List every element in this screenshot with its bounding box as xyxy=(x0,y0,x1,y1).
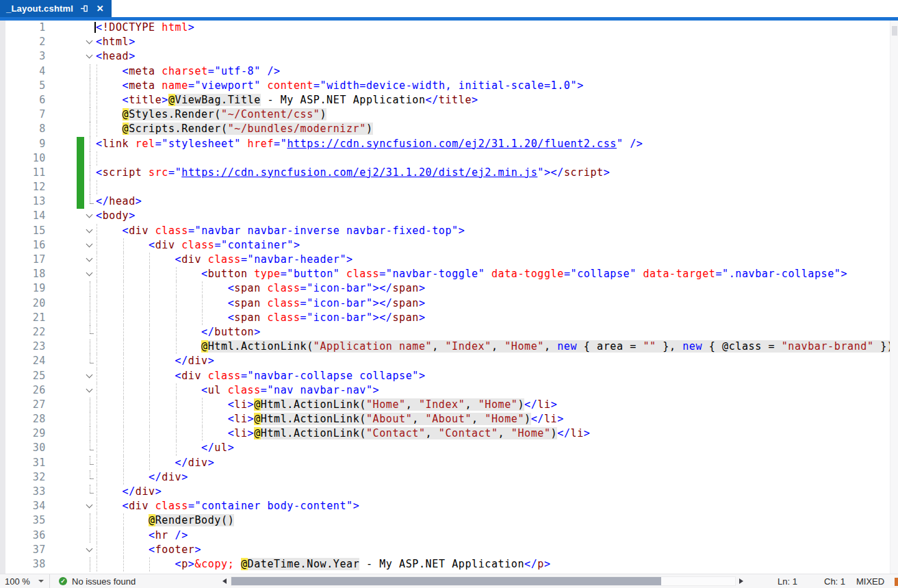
outline-margin[interactable] xyxy=(84,499,96,513)
code-text[interactable]: <meta charset="utf-8" /> xyxy=(96,64,898,79)
code-text[interactable]: <div class="navbar navbar-inverse navbar… xyxy=(96,224,898,238)
indent-guide xyxy=(97,528,97,543)
code-text[interactable] xyxy=(96,180,898,194)
indent-guide xyxy=(202,296,203,311)
outline-margin xyxy=(84,281,96,296)
code-text[interactable]: <footer> xyxy=(96,543,898,557)
code-text[interactable]: <span class="icon-bar"></span> xyxy=(96,311,898,325)
code-text[interactable]: <head> xyxy=(96,49,898,64)
token-t: ul xyxy=(214,442,227,454)
fold-chevron-icon[interactable] xyxy=(86,270,93,277)
code-text[interactable]: <body> xyxy=(96,209,898,223)
token-d: = xyxy=(155,138,162,150)
code-text[interactable] xyxy=(96,151,898,166)
code-text[interactable]: </div> xyxy=(96,354,898,368)
code-text[interactable]: </head> xyxy=(96,194,898,209)
token-d: /> xyxy=(175,529,188,541)
code-text[interactable]: <meta name="viewport" content="width=dev… xyxy=(96,79,898,93)
outline-margin[interactable] xyxy=(84,383,96,398)
issues-indicator[interactable]: ✓ No issues found xyxy=(59,574,136,588)
code-text[interactable]: <div class="container body-content"> xyxy=(96,499,898,513)
outline-margin xyxy=(84,354,96,368)
code-text[interactable]: <html> xyxy=(96,35,898,49)
fold-chevron-icon[interactable] xyxy=(86,226,93,233)
token-d: = xyxy=(241,370,248,382)
code-text[interactable]: <title>@ViewBag.Title - My ASP.NET Appli… xyxy=(96,93,898,107)
outline-margin[interactable] xyxy=(84,369,96,383)
token-rc: Styles.Render( xyxy=(129,108,221,120)
horizontal-scrollbar[interactable] xyxy=(231,576,736,586)
code-text[interactable]: <div class="navbar-collapse collapse"> xyxy=(96,369,898,383)
code-text[interactable]: </button> xyxy=(96,325,898,340)
code-text[interactable]: @Html.ActionLink("Application name", "In… xyxy=(96,340,898,354)
fold-chevron-icon[interactable] xyxy=(86,38,93,44)
token-v: "nav navbar-nav" xyxy=(267,384,372,396)
code-text[interactable]: <li>@Html.ActionLink("Home", "Index", "H… xyxy=(96,398,898,412)
close-icon[interactable]: ✕ xyxy=(95,4,105,14)
code-text[interactable]: <ul class="nav navbar-nav"> xyxy=(96,383,898,398)
code-text[interactable]: <div class="navbar-header"> xyxy=(96,253,898,267)
code-text[interactable]: <p>&copy; @DateTime.Now.Year - My ASP.NE… xyxy=(96,557,898,572)
change-margin xyxy=(77,398,84,412)
code-text[interactable]: </div> xyxy=(96,456,898,470)
code-text[interactable]: @Styles.Render("~/Content/css") xyxy=(96,107,898,122)
token-rs: "About" xyxy=(366,413,412,425)
change-margin xyxy=(77,340,84,354)
code-line: 11<script src="https://cdn.syncfusion.co… xyxy=(0,166,898,180)
notification-sliver[interactable] xyxy=(895,578,898,586)
code-text[interactable]: <li>@Html.ActionLink("Contact", "Contact… xyxy=(96,426,898,441)
scroll-left-arrow-icon[interactable] xyxy=(222,578,227,584)
outline-margin[interactable] xyxy=(84,35,96,49)
breakpoint-margin[interactable] xyxy=(0,21,5,574)
code-text[interactable]: <span class="icon-bar"></span> xyxy=(96,281,898,296)
indent-guide xyxy=(176,441,177,455)
code-text[interactable]: @RenderBody() xyxy=(96,513,898,528)
code-line: 34 <div class="container body-content"> xyxy=(0,499,898,513)
outline-margin[interactable] xyxy=(84,224,96,238)
outline-margin[interactable] xyxy=(84,253,96,267)
token-d: < xyxy=(149,529,155,541)
fold-chevron-icon[interactable] xyxy=(86,212,93,218)
outline-margin[interactable] xyxy=(84,543,96,557)
token-x xyxy=(129,138,136,150)
indent-guide xyxy=(123,543,124,557)
fold-chevron-icon[interactable] xyxy=(86,240,93,247)
fold-chevron-icon[interactable] xyxy=(86,371,93,378)
code-line: 14<body> xyxy=(0,209,898,223)
zoom-control[interactable]: 100 % xyxy=(0,574,50,588)
outline-margin[interactable] xyxy=(84,49,96,64)
pin-icon[interactable] xyxy=(79,4,89,14)
code-text[interactable]: <link rel="stylesheet" href="https://cdn… xyxy=(96,137,898,151)
code-text[interactable]: <!DOCTYPE html> xyxy=(96,21,898,35)
indent-guide xyxy=(123,426,124,441)
code-text[interactable]: <li>@Html.ActionLink("About", "About", "… xyxy=(96,412,898,426)
tab-layout-cshtml[interactable]: _Layout.cshtml ✕ xyxy=(0,0,112,17)
scroll-right-arrow-icon[interactable] xyxy=(739,578,743,584)
fold-chevron-icon[interactable] xyxy=(86,255,93,262)
token-rc: ) xyxy=(320,108,326,120)
outline-margin[interactable] xyxy=(84,209,96,223)
code-text[interactable]: <hr /> xyxy=(96,528,898,543)
code-text[interactable]: <div class="container"> xyxy=(96,238,898,253)
token-ya: @ xyxy=(254,413,261,425)
token-x xyxy=(234,558,241,570)
outline-margin[interactable] xyxy=(84,238,96,253)
code-text[interactable]: @Scripts.Render("~/bundles/modernizr") xyxy=(96,122,898,136)
code-text[interactable]: </div> xyxy=(96,470,898,485)
vertical-scrollbar[interactable] xyxy=(890,21,898,574)
code-text[interactable]: </div> xyxy=(96,485,898,499)
horizontal-scrollbar-thumb[interactable] xyxy=(231,577,661,585)
fold-chevron-icon[interactable] xyxy=(86,545,93,552)
code-line: 32 </div> xyxy=(0,470,898,485)
vertical-scrollbar-thumb[interactable] xyxy=(892,26,897,36)
code-editor[interactable]: 1<!DOCTYPE html>2<html>3<head>4 <meta ch… xyxy=(0,21,898,574)
code-text[interactable]: </ul> xyxy=(96,441,898,455)
code-text[interactable]: <script src="https://cdn.syncfusion.com/… xyxy=(96,166,898,180)
token-d: > xyxy=(551,398,558,411)
fold-chevron-icon[interactable] xyxy=(86,385,93,392)
code-text[interactable]: <button type="button" class="navbar-togg… xyxy=(96,267,898,281)
code-text[interactable]: <span class="icon-bar"></span> xyxy=(96,296,898,311)
fold-chevron-icon[interactable] xyxy=(86,502,93,509)
outline-margin[interactable] xyxy=(84,267,96,281)
fold-chevron-icon[interactable] xyxy=(86,52,93,59)
